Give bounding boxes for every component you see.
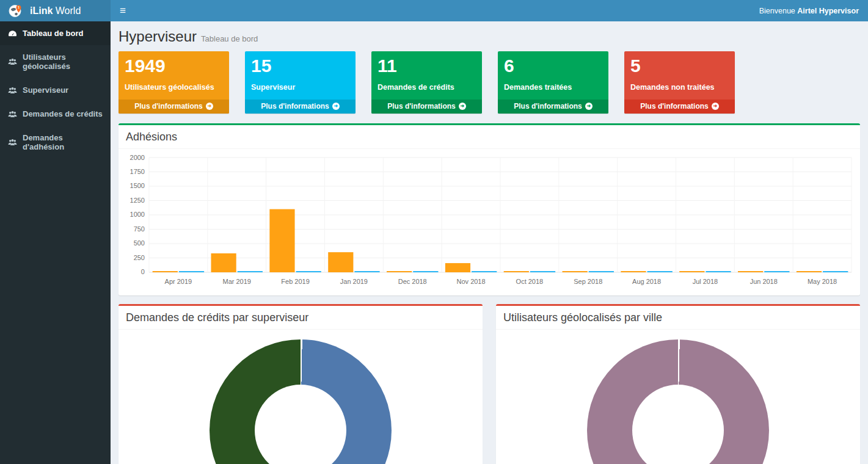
welcome-message: Bienvenue Airtel Hypervisor [759,7,859,15]
svg-text:Sep 2018: Sep 2018 [574,278,602,285]
info-box-value: 11 [377,56,476,76]
users-icon [8,110,17,118]
donut-hole [632,385,724,464]
svg-text:Aug 2018: Aug 2018 [632,278,661,285]
box-title: Demandes de crédits par superviseur [126,311,475,324]
sidebar-item-demandes-adhesion[interactable]: Demandes d'adhésion [0,126,111,159]
users-icon [8,138,17,147]
svg-text:Oct 2018: Oct 2018 [516,278,544,285]
svg-text:750: 750 [134,225,145,233]
svg-text:1750: 1750 [130,168,145,175]
info-box-demandes-traitees: 6 Demandes traitées Plus d'informations➜ [498,51,608,114]
credits-pie-box: Demandes de crédits par superviseur [119,304,483,464]
more-info-link[interactable]: Plus d'informations➜ [245,100,356,114]
more-info-label: Plus d'informations [514,102,582,111]
info-box-label: Utilisateurs géolocalisés [125,83,223,92]
charts-row: Demandes de crédits par superviseur Util… [119,304,860,464]
users-pie-box: Utilisateurs géolocalisés par ville [496,304,860,464]
arrow-circle-icon: ➜ [332,103,340,110]
svg-text:May 2018: May 2018 [808,278,837,285]
info-box-label: Demandes non traitées [630,83,729,92]
info-box-value: 1949 [125,56,223,76]
arrow-circle-icon: ➜ [459,103,466,110]
info-box-row: 1949 Utilisateurs géolocalisés Plus d'in… [119,51,860,114]
info-box-value: 6 [504,56,602,76]
info-box-label: Demandes de crédits [377,83,476,92]
more-info-link[interactable]: Plus d'informations➜ [498,100,608,114]
svg-text:2000: 2000 [130,154,145,161]
sidebar-item-tableau-de-bord[interactable]: Tableau de bord [0,21,111,45]
sidebar-toggle-button[interactable]: ≡ [120,5,126,16]
arrow-circle-icon: ➜ [206,103,213,110]
sidebar: $ iLink World Tableau de bord Utilisa [0,0,111,464]
more-info-label: Plus d'informations [640,102,709,111]
sidebar-item-label: Tableau de bord [23,29,83,38]
adhesions-bar-chart: 025050075010001250150017502000Apr 2019Ma… [126,154,853,289]
dashboard-icon [8,29,17,38]
box-header: Demandes de crédits par superviseur [119,306,483,330]
app-root: $ iLink World Tableau de bord Utilisa [0,0,868,464]
sidebar-item-label: Utilisateurs géolocalisés [23,53,103,71]
users-icon [8,57,17,66]
sidebar-item-demandes-de-credits[interactable]: Demandes de crédits [0,102,111,126]
globe-pin-icon: $ [7,2,24,19]
brand-logo[interactable]: $ iLink World [0,0,111,21]
users-icon [8,86,17,95]
svg-text:1000: 1000 [130,211,145,218]
svg-text:Mar 2019: Mar 2019 [223,278,251,285]
sidebar-item-utilisateurs-geolocalises[interactable]: Utilisateurs géolocalisés [0,45,111,78]
svg-text:500: 500 [134,239,145,247]
credits-donut-chart [210,339,392,464]
sidebar-item-label: Superviseur [23,85,68,95]
box-header: Adhésions [119,125,860,149]
page-header: HyperviseurTableau de bord [119,28,860,45]
box-title: Utilisateurs géolocalisés par ville [503,311,853,324]
users-donut-chart [587,339,769,464]
adhesions-box: Adhésions 025050075010001250150017502000… [119,123,860,295]
svg-text:Feb 2019: Feb 2019 [281,278,309,285]
page-title: Hyperviseur [119,28,197,45]
arrow-circle-icon: ➜ [712,103,719,110]
more-info-link[interactable]: Plus d'informations➜ [119,100,229,114]
svg-text:Nov 2018: Nov 2018 [457,278,486,285]
svg-text:0: 0 [141,268,145,275]
info-box-value: 5 [630,56,729,76]
more-info-link[interactable]: Plus d'informations➜ [624,100,735,114]
info-box-demandes-de-credits: 11 Demandes de crédits Plus d'informatio… [371,51,482,114]
svg-text:Apr 2019: Apr 2019 [165,278,192,285]
more-info-label: Plus d'informations [261,102,329,111]
more-info-label: Plus d'informations [387,102,456,111]
more-info-link[interactable]: Plus d'informations➜ [371,100,482,114]
svg-text:1500: 1500 [130,182,145,189]
sidebar-menu: Tableau de bord Utilisateurs géolocalisé… [0,21,111,159]
svg-text:Jul 2018: Jul 2018 [693,278,718,285]
page-subtitle: Tableau de bord [201,34,258,43]
sidebar-item-superviseur[interactable]: Superviseur [0,78,111,102]
svg-text:Dec 2018: Dec 2018 [398,278,427,285]
more-info-label: Plus d'informations [134,102,203,111]
svg-text:250: 250 [134,254,145,261]
info-box-superviseur: 15 Superviseur Plus d'informations➜ [245,51,356,114]
top-navbar: ≡ Bienvenue Airtel Hypervisor [111,0,868,21]
donut-hole [255,385,346,464]
svg-text:Jun 2018: Jun 2018 [750,278,778,285]
svg-text:1250: 1250 [130,197,145,204]
box-title: Adhésions [126,131,853,143]
main-area: ≡ Bienvenue Airtel Hypervisor Hyperviseu… [111,0,868,464]
info-box-value: 15 [251,56,349,76]
box-header: Utilisateurs géolocalisés par ville [496,306,860,330]
sidebar-item-label: Demandes d'adhésion [23,133,103,151]
info-box-label: Superviseur [251,83,349,92]
info-box-utilisateurs-geolocalises: 1949 Utilisateurs géolocalisés Plus d'in… [119,51,229,114]
svg-text:Jan 2019: Jan 2019 [340,278,368,285]
brand-name: iLink World [30,5,81,16]
content: HyperviseurTableau de bord 1949 Utilisat… [111,21,868,464]
info-box-label: Demandes traitées [504,83,602,92]
arrow-circle-icon: ➜ [585,103,593,110]
info-box-demandes-non-traitees: 5 Demandes non traitées Plus d'informati… [624,51,735,114]
svg-text:$: $ [18,6,20,9]
sidebar-item-label: Demandes de crédits [23,109,103,118]
